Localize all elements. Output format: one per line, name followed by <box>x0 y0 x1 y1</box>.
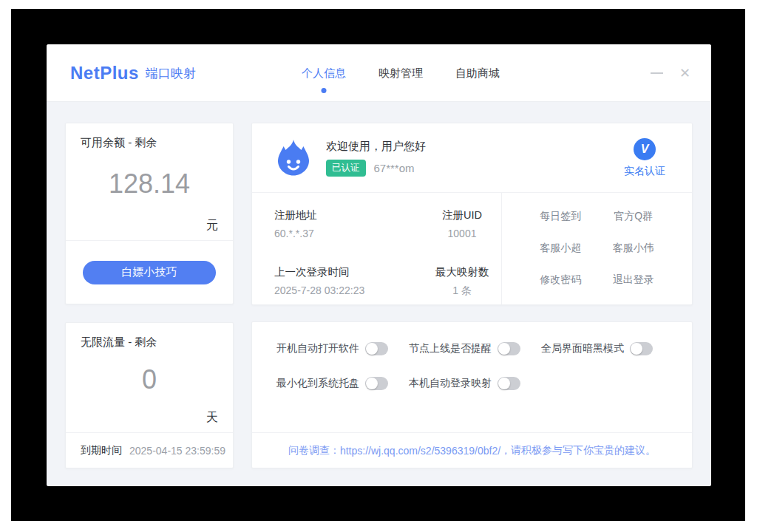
nav-tabs: 个人信息 映射管理 自助商城 <box>302 44 500 102</box>
balance-stat: 可用余额 - 剩余 128.14 元 <box>66 123 233 241</box>
setting-minimize-to-tray: 最小化到系统托盘 <box>276 376 388 391</box>
link-support-xiaochao[interactable]: 客服小超 <box>540 242 581 255</box>
username-text: 67***om <box>374 162 415 174</box>
profile-details: 注册地址 60.*.*.37 注册UID 10001 上一次登录时间 2025-… <box>252 193 692 304</box>
traffic-card: 无限流量 - 剩余 0 天 到期时间 2025-04-15 23:59:59 <box>65 322 234 468</box>
toggle-dark-mode[interactable] <box>630 342 653 355</box>
window-controls: ✕ <box>651 44 690 102</box>
info-register-address: 注册地址 60.*.*.37 <box>274 208 422 247</box>
toggle-auto-login-mapping[interactable] <box>498 377 520 390</box>
setting-autostart: 开机自动打开软件 <box>276 341 388 356</box>
link-support-xiaowei[interactable]: 客服小伟 <box>613 242 654 255</box>
settings-toggles: 开机自动打开软件 节点上线是否提醒 全局界面暗黑模式 最小化到系统托盘 <box>252 322 692 433</box>
main-content: 可用余额 - 剩余 128.14 元 白嫖小技巧 无限流量 - 剩余 0 天 <box>47 102 711 486</box>
profile-card: 欢迎使用，用户您好 已认证 67***om V 实名认证 <box>251 123 693 305</box>
link-daily-checkin[interactable]: 每日签到 <box>540 210 581 223</box>
flame-avatar-icon <box>273 137 314 179</box>
welcome-block: 欢迎使用，用户您好 已认证 67***om <box>326 140 426 177</box>
desktop-background: NetPlus 端口映射 个人信息 映射管理 自助商城 ✕ 可用余额 - 剩余 <box>11 9 745 521</box>
info-register-uid: 注册UID 10001 <box>422 208 502 247</box>
app-window: NetPlus 端口映射 个人信息 映射管理 自助商城 ✕ 可用余额 - 剩余 <box>47 44 711 486</box>
verify-label: 实名认证 <box>624 165 665 178</box>
quick-links: 每日签到 官方Q群 客服小超 客服小伟 修改密码 退出登录 <box>502 193 692 304</box>
traffic-unit: 天 <box>206 410 218 426</box>
welcome-text: 欢迎使用，用户您好 <box>326 140 426 154</box>
balance-button-area: 白嫖小技巧 <box>66 241 233 304</box>
real-name-verify[interactable]: V 实名认证 <box>624 138 665 178</box>
toggle-autostart[interactable] <box>365 342 388 355</box>
toggle-minimize-to-tray[interactable] <box>365 377 388 390</box>
account-info-grid: 注册地址 60.*.*.37 注册UID 10001 上一次登录时间 2025-… <box>252 193 502 304</box>
balance-value: 128.14 <box>109 168 190 200</box>
minimize-icon[interactable] <box>651 72 663 74</box>
app-logo: NetPlus 端口映射 <box>70 44 196 102</box>
settings-card: 开机自动打开软件 节点上线是否提醒 全局界面暗黑模式 最小化到系统托盘 <box>251 321 693 468</box>
title-bar: NetPlus 端口映射 个人信息 映射管理 自助商城 ✕ <box>47 44 711 102</box>
link-official-qq-group[interactable]: 官方Q群 <box>614 210 653 223</box>
toggle-node-online-notify[interactable] <box>498 342 520 355</box>
traffic-title: 无限流量 - 剩余 <box>81 335 218 349</box>
survey-link[interactable]: https://wj.qq.com/s2/5396319/0bf2/ <box>340 445 500 457</box>
traffic-stat: 无限流量 - 剩余 0 天 <box>66 323 233 433</box>
badge-line: 已认证 67***om <box>326 160 426 177</box>
verified-badge: 已认证 <box>326 160 366 177</box>
balance-unit: 元 <box>206 218 218 233</box>
verify-v-icon: V <box>634 138 656 160</box>
app-logo-brand: NetPlus <box>70 63 139 83</box>
info-max-mappings: 最大映射数 1 条 <box>422 265 502 305</box>
close-icon[interactable]: ✕ <box>679 66 690 80</box>
setting-auto-login-mapping: 本机自动登录映射 <box>409 376 520 391</box>
survey-suffix: ，请积极参与写下你宝贵的建议。 <box>500 444 656 457</box>
profile-header: 欢迎使用，用户您好 已认证 67***om V 实名认证 <box>252 123 692 193</box>
expire-row: 到期时间 2025-04-15 23:59:59 <box>66 433 233 468</box>
tab-self-service-shop[interactable]: 自助商城 <box>455 66 500 81</box>
left-column: 可用余额 - 剩余 128.14 元 白嫖小技巧 无限流量 - 剩余 0 天 <box>65 123 234 468</box>
balance-card: 可用余额 - 剩余 128.14 元 白嫖小技巧 <box>65 123 234 304</box>
setting-node-online-notify: 节点上线是否提醒 <box>409 341 520 356</box>
link-change-password[interactable]: 修改密码 <box>540 273 581 287</box>
expire-value: 2025-04-15 23:59:59 <box>129 445 225 457</box>
survey-prefix: 问卷调查： <box>288 444 340 457</box>
setting-dark-mode: 全局界面暗黑模式 <box>541 341 653 356</box>
survey-row: 问卷调查： https://wj.qq.com/s2/5396319/0bf2/… <box>252 433 692 468</box>
app-logo-suffix: 端口映射 <box>146 65 196 82</box>
tab-personal-info[interactable]: 个人信息 <box>302 66 346 81</box>
link-logout[interactable]: 退出登录 <box>613 273 654 287</box>
balance-title: 可用余额 - 剩余 <box>81 136 218 150</box>
right-column: 欢迎使用，用户您好 已认证 67***om V 实名认证 <box>251 123 693 468</box>
traffic-value: 0 <box>142 364 157 395</box>
expire-label: 到期时间 <box>81 444 122 457</box>
freebie-tips-button[interactable]: 白嫖小技巧 <box>83 261 216 284</box>
info-last-login-time: 上一次登录时间 2025-7-28 03:22:23 <box>274 265 422 305</box>
tab-mapping-management[interactable]: 映射管理 <box>378 66 423 81</box>
